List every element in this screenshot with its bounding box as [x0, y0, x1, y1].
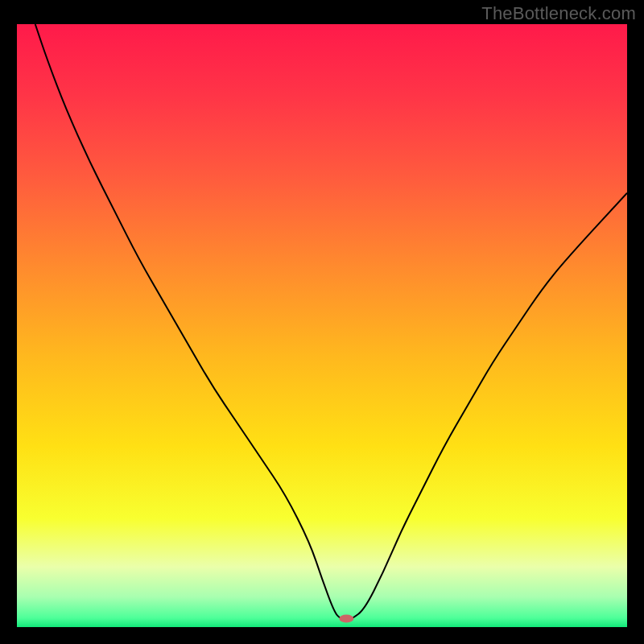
chart-svg: [17, 24, 627, 627]
gradient-background: [17, 24, 627, 627]
watermark-text: TheBottleneck.com: [481, 3, 636, 24]
chart-frame: TheBottleneck.com: [0, 0, 644, 644]
optimal-marker: [339, 615, 353, 623]
plot-area: [17, 24, 627, 627]
